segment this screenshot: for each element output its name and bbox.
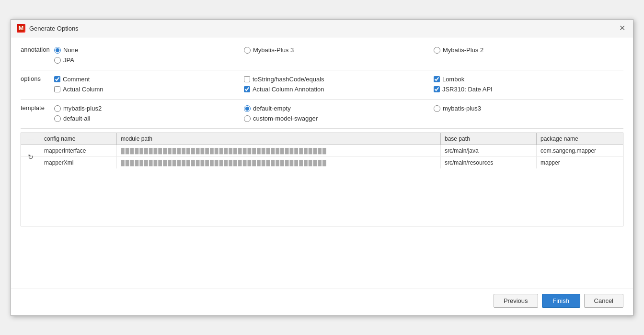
table-row: mapperInterface ████████████████████████… [21, 145, 623, 157]
option-jsr310-checkbox[interactable] [434, 86, 440, 92]
template-default-empty-label: default-empty [253, 105, 291, 112]
table-row: mapperXml ██████████████████████████████… [21, 157, 623, 168]
template-mybatis-plus2[interactable]: mybatis-plus2 [54, 103, 244, 113]
options-label: options [21, 74, 54, 82]
option-jsr310[interactable]: JSR310: Date API [434, 84, 623, 94]
template-mybatis-plus3-radio[interactable] [434, 105, 440, 112]
annotation-mybatis-plus2[interactable]: Mybatis-Plus 2 [434, 45, 623, 55]
table-header: — config name module path base path pack… [21, 133, 623, 145]
th-config-name: config name [40, 133, 117, 145]
annotation-radio-group: None Mybatis-Plus 3 Mybatis-Plus 2 JPA [54, 45, 623, 65]
options-row: options Comment toString/hashCode/equals… [21, 74, 623, 94]
option-actual-column-annotation-checkbox[interactable] [244, 86, 250, 92]
option-actual-column[interactable]: Actual Column [54, 84, 244, 94]
annotation-mybatis-plus3-radio[interactable] [244, 47, 251, 54]
option-actual-column-annotation[interactable]: Actual Column Annotation [244, 84, 434, 94]
td-module-1: ████████████████████████████████████████… [117, 145, 441, 156]
app-icon: M [17, 24, 25, 33]
annotation-mybatis-plus2-label: Mybatis-Plus 2 [443, 46, 483, 54]
annotation-none-label: None [63, 46, 78, 54]
title-bar: M Generate Options ✕ [11, 20, 633, 37]
td-base-2: src/main/resources [441, 157, 537, 168]
divider-2 [21, 99, 623, 100]
template-mybatis-plus2-radio[interactable] [54, 105, 61, 112]
option-lombok[interactable]: Lombok [434, 74, 623, 84]
annotation-jpa[interactable]: JPA [54, 55, 244, 65]
option-tostring-checkbox[interactable] [244, 76, 250, 82]
th-minus: — [21, 133, 40, 145]
dialog-body: annotation None Mybatis-Plus 3 Mybatis-P… [11, 37, 633, 289]
refresh-icon[interactable]: ↻ [28, 153, 34, 161]
template-mybatis-plus3[interactable]: mybatis-plus3 [434, 103, 623, 113]
th-module-path: module path [117, 133, 441, 145]
dialog-title: Generate Options [29, 25, 79, 32]
option-lombok-checkbox[interactable] [434, 76, 440, 82]
annotation-jpa-radio[interactable] [54, 57, 61, 64]
option-tostring-label: toString/hashCode/equals [253, 76, 324, 83]
finish-button[interactable]: Finish [542, 294, 580, 308]
title-bar-left: M Generate Options [17, 24, 79, 33]
template-default-all-label: default-all [63, 115, 90, 122]
annotation-mybatis-plus3[interactable]: Mybatis-Plus 3 [244, 45, 434, 55]
template-custom-model-swagger-label: custom-model-swagger [253, 115, 318, 122]
annotation-none[interactable]: None [54, 45, 244, 55]
option-actual-column-label: Actual Column [63, 86, 104, 93]
template-default-all-radio[interactable] [54, 115, 61, 122]
template-custom-model-swagger-radio[interactable] [244, 115, 251, 122]
template-label: template [21, 103, 54, 112]
td-module-2-blurred: ████████████████████████████████████████… [121, 160, 327, 166]
table-body: ↻ mapperInterface ██████████████████████… [21, 145, 623, 168]
options-checkbox-group: Comment toString/hashCode/equals Lombok … [54, 74, 623, 94]
config-table: — config name module path base path pack… [21, 133, 623, 226]
option-lombok-label: Lombok [442, 76, 464, 83]
template-custom-model-swagger[interactable]: custom-model-swagger [244, 113, 434, 123]
annotation-mybatis-plus2-radio[interactable] [434, 47, 440, 54]
template-default-empty-radio[interactable] [244, 105, 251, 112]
annotation-mybatis-plus3-label: Mybatis-Plus 3 [253, 46, 294, 54]
previous-button[interactable]: Previous [494, 294, 538, 308]
td-config-1: mapperInterface [40, 145, 117, 156]
annotation-none-radio[interactable] [54, 47, 61, 54]
option-tostring[interactable]: toString/hashCode/equals [244, 74, 434, 84]
empty-table-space [21, 168, 623, 226]
td-config-2: mapperXml [40, 157, 117, 168]
refresh-icon-cell: ↻ [21, 145, 40, 168]
table-data: mapperInterface ████████████████████████… [21, 145, 623, 168]
option-jsr310-label: JSR310: Date API [442, 86, 493, 93]
annotation-label: annotation [21, 45, 54, 53]
option-comment[interactable]: Comment [54, 74, 244, 84]
td-package-2: mapper [537, 157, 623, 168]
divider-1 [21, 70, 623, 70]
divider-3 [21, 128, 623, 129]
template-row: template mybatis-plus2 default-empty myb… [21, 103, 623, 123]
annotation-jpa-label: JPA [63, 56, 74, 64]
td-package-1: com.sangeng.mapper [537, 145, 623, 156]
th-base-path: base path [441, 133, 537, 145]
option-actual-column-annotation-label: Actual Column Annotation [253, 86, 324, 93]
annotation-row: annotation None Mybatis-Plus 3 Mybatis-P… [21, 45, 623, 65]
template-default-all[interactable]: default-all [54, 113, 244, 123]
option-actual-column-checkbox[interactable] [54, 86, 60, 92]
option-comment-label: Comment [63, 76, 90, 83]
template-radio-group: mybatis-plus2 default-empty mybatis-plus… [54, 103, 623, 123]
template-default-empty[interactable]: default-empty [244, 103, 434, 113]
template-mybatis-plus3-label: mybatis-plus3 [443, 105, 481, 112]
dialog-footer: Previous Finish Cancel [11, 289, 633, 315]
close-button[interactable]: ✕ [617, 23, 627, 33]
svg-text:M: M [19, 24, 24, 32]
option-comment-checkbox[interactable] [54, 76, 60, 82]
td-module-1-blurred: ████████████████████████████████████████… [121, 148, 327, 154]
generate-options-dialog: M Generate Options ✕ annotation None Myb… [11, 19, 633, 316]
th-package-name: package name [537, 133, 623, 145]
cancel-button[interactable]: Cancel [584, 294, 623, 308]
td-base-1: src/main/java [441, 145, 537, 156]
template-mybatis-plus2-label: mybatis-plus2 [63, 105, 102, 112]
td-module-2: ████████████████████████████████████████… [117, 157, 441, 168]
